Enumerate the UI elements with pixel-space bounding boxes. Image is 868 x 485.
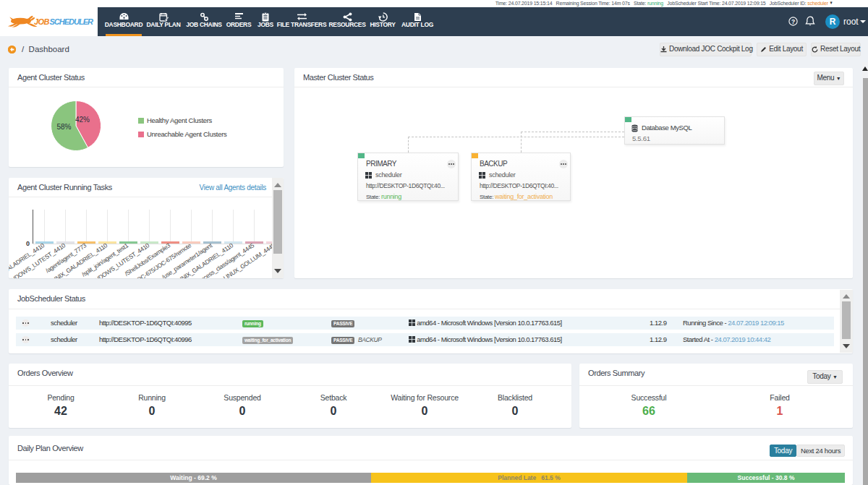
svg-text:?: ? (791, 18, 795, 25)
svg-text:JOB: JOB (34, 17, 49, 26)
svg-text:58%: 58% (56, 123, 71, 131)
svg-text:SCHEDULER: SCHEDULER (50, 17, 94, 26)
svg-text:42%: 42% (75, 116, 90, 124)
svg-text:0: 0 (26, 240, 30, 247)
